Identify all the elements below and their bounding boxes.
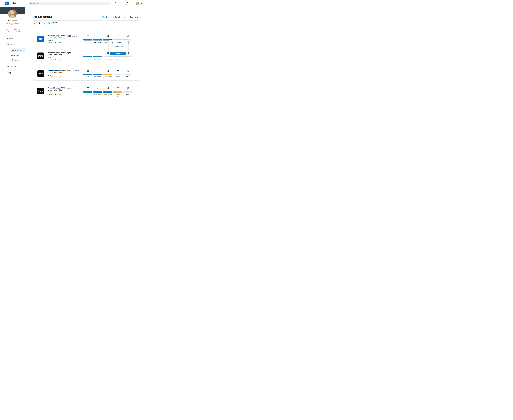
linkedin-logo-icon[interactable]: in (5, 1, 9, 5)
sidebar-item-job-tracker[interactable]: Job Tracker (7, 43, 15, 46)
company-logo-text: twine (38, 55, 43, 57)
job-company: LinkedIn (47, 40, 72, 41)
stage-label: Offer (126, 58, 129, 60)
popup-option-schedule[interactable]: Schedule (109, 40, 128, 43)
linkedin-icon: in (69, 70, 71, 71)
search-input[interactable] (33, 3, 110, 5)
stage-progress-bar (113, 56, 122, 57)
document-stack-icon (126, 87, 129, 90)
stage-edit-link[interactable]: Edit (97, 60, 99, 62)
stage-sent: Sent (83, 49, 93, 63)
stage-edit-link[interactable]: Edit (107, 78, 109, 80)
job-info: Product Designer/UX Designer (unpaid int… (47, 69, 72, 78)
radio-icon[interactable] (48, 22, 50, 24)
job-title-line2: (unpaid internship) (47, 54, 72, 56)
stage-confirmation: Confirmation (93, 84, 103, 98)
envelope-icon (86, 35, 89, 38)
profile-avatar[interactable] (136, 2, 139, 5)
tab-actions-needed[interactable]: Actions Needed (113, 16, 125, 20)
job-title[interactable]: Product Designer/UX Designer (unpaid int… (47, 69, 72, 74)
sidebar-item-saved-jobs[interactable]: Saved jobs (11, 54, 19, 56)
stage-label: Sent (87, 41, 89, 43)
stage-label: Action Needed (104, 76, 112, 77)
popup-option-schedule-label: Schedule (115, 41, 122, 43)
tab-all-jobs[interactable]: All Jobs (101, 16, 108, 20)
job-title-line1: Product Designer/UX Designer (47, 52, 72, 54)
stage-progress-bar (103, 74, 112, 75)
nav-notifications-label: Notifications (123, 4, 132, 6)
stage-sent: Sent (83, 67, 93, 81)
user-name[interactable]: Alex Jones (0, 20, 25, 22)
sidebar-item-job-preparation[interactable]: Job Preparation (7, 65, 18, 68)
document-stack-icon (126, 35, 129, 38)
nav-notifications[interactable]: Notifications (123, 1, 132, 6)
stage-label: Interview (115, 94, 120, 95)
tab-interviews[interactable]: Interviews (130, 16, 138, 20)
chevron-down-icon[interactable] (141, 3, 142, 4)
linkedin-jobs-brand[interactable]: in Jobs (5, 1, 16, 5)
job-location: New York City, NY, US (47, 76, 72, 78)
application-progress: SentConfirmationAction NeededEditIntervi… (83, 67, 133, 81)
job-title[interactable]: Product Designer/UX Designer (unpaid int… (47, 35, 72, 39)
easy-apply-badge: in Easy Apply (69, 70, 79, 71)
stage-progress-bar (103, 56, 112, 57)
sidebar-item-applications[interactable]: Applications (11, 48, 25, 52)
sidebar-item-job-history[interactable]: Job History (11, 59, 19, 61)
radio-icon[interactable] (34, 22, 35, 24)
divider (33, 20, 139, 21)
megaphone-icon (106, 87, 109, 90)
connections-value: 2500 (12, 30, 23, 32)
sidebar-item-salary[interactable]: Salary (7, 72, 11, 74)
stage-interview: InterviewEdit (113, 84, 123, 98)
stage-progress-bar (123, 74, 132, 75)
job-application-card[interactable]: twine Product Designer/UX Designer (unpa… (34, 84, 139, 98)
connections-stat[interactable]: Connections 2500 (12, 29, 23, 32)
stage-progress-bar (113, 91, 122, 93)
linkedin-company-logo: in (37, 36, 44, 42)
job-company: Twine (47, 74, 72, 76)
stage-sent: Sent (83, 84, 93, 98)
stage-label: Offer (126, 94, 129, 95)
job-title-line1: Product Designer/UX Designer (47, 69, 72, 72)
bell-icon (126, 2, 129, 4)
popup-option-no-interview-label: No Interview (114, 45, 123, 47)
filter-external-label: External (51, 22, 57, 24)
job-title-line2: (unpaid internship) (47, 72, 72, 74)
filter-external[interactable]: External (48, 22, 57, 24)
job-title[interactable]: Product Designer/UX Designer (unpaid int… (47, 52, 72, 56)
stage-progress-bar (103, 91, 112, 93)
stage-edit-link[interactable]: Edit (116, 96, 119, 97)
stage-progress-bar (93, 91, 102, 93)
sidebar-item-schedule[interactable]: Schedule (7, 37, 13, 40)
popup-option-no-interview[interactable]: No Interview (109, 45, 128, 47)
job-info: Product Designer/UX Designer (unpaid int… (47, 35, 72, 43)
filter-easy-apply[interactable]: Easy Apply (34, 22, 45, 24)
job-location: New York City, NY, US (47, 58, 72, 60)
user-headline: Product Design Intern at LinkedIn (0, 22, 25, 26)
filters-row: Easy Apply External (34, 21, 57, 24)
stage-progress-bar (93, 56, 102, 57)
job-application-card[interactable]: twine Product Designer/UX Designer (unpa… (34, 67, 139, 81)
submit-button[interactable]: Submit (110, 52, 126, 55)
stage-label: Confirmation (94, 58, 101, 60)
stage-offer: Offer (123, 84, 133, 98)
job-company: Twine (47, 57, 72, 58)
stage-progress-bar (84, 39, 92, 40)
stage-confirmation: Confirmation (93, 32, 103, 46)
stage-label: Confirmation (94, 41, 101, 43)
job-company: Twine (47, 92, 72, 93)
search-bar[interactable] (29, 2, 111, 5)
megaphone-icon (106, 35, 109, 38)
nav-home-label: Home (113, 4, 119, 6)
views-stat[interactable]: Views 13,876 (1, 29, 12, 32)
stage-label: Sent (87, 76, 89, 77)
checkmark-icon (111, 42, 113, 44)
app-title: Jobs (10, 2, 16, 5)
nav-home[interactable]: Home (113, 1, 119, 6)
stage-action-needed: Action NeededEdit (103, 67, 113, 81)
megaphone-icon (106, 69, 109, 72)
job-title[interactable]: Product Designer/UX Designer (unpaid int… (47, 87, 72, 91)
user-avatar[interactable] (8, 9, 17, 18)
linkedin-logo-glyph: in (6, 2, 8, 5)
stage-progress-bar (113, 74, 122, 75)
